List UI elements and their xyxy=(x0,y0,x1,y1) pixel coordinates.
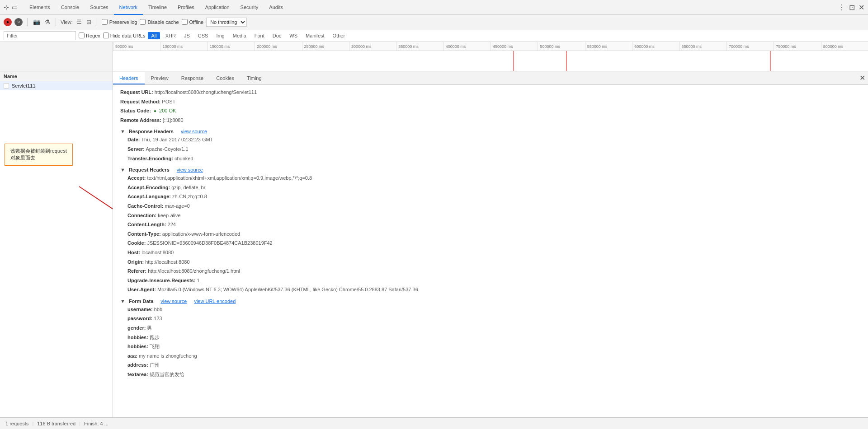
remote-address-val: [::1]:8080 xyxy=(163,117,184,123)
stop-button[interactable]: ⊘ xyxy=(14,18,23,26)
tab-audits[interactable]: Audits xyxy=(264,0,288,15)
form-data-toggle[interactable]: ▼ xyxy=(120,298,125,304)
camera-icon[interactable]: 📷 xyxy=(32,18,41,26)
filter-type-manifest[interactable]: Manifest xyxy=(303,33,327,39)
preserve-log-checkbox[interactable] xyxy=(102,19,108,25)
status-bar: 1 requests | 116 B transferred | Finish:… xyxy=(0,417,868,429)
ruler-labels: 50000 ms 100000 ms 150000 ms 200000 ms 2… xyxy=(113,42,868,51)
close-devtools-icon[interactable]: ✕ xyxy=(859,3,864,12)
spike-3 xyxy=(770,51,771,71)
requests-panel: Name Servlet111 该数据会被封装到request对象里面去 xyxy=(0,71,113,417)
detail-tab-preview[interactable]: Preview xyxy=(145,72,175,84)
filter-type-ws[interactable]: WS xyxy=(287,33,300,39)
record-button[interactable]: ● xyxy=(4,18,12,26)
view-list-icon[interactable]: ☰ xyxy=(75,18,83,26)
request-headers-view-source[interactable]: view source xyxy=(177,167,203,173)
remote-address-row: Remote Address: [::1]:8080 xyxy=(120,117,861,125)
resp-date-key: Date: xyxy=(127,137,140,142)
form-data-view-url-encoded[interactable]: view URL encoded xyxy=(194,298,236,304)
resp-transfer-val: chunked xyxy=(175,156,193,161)
ruler-name-spacer xyxy=(0,42,113,71)
cursor-icon[interactable]: ⊹ xyxy=(4,4,9,11)
device-icon[interactable]: ▭ xyxy=(12,4,18,11)
tab-timeline[interactable]: Timeline xyxy=(143,0,172,15)
request-method-key: Request Method: xyxy=(120,99,160,104)
resp-header-transfer: Transfer-Encoding: chunked xyxy=(127,155,861,163)
req-upgrade-insecure: Upgrade-Insecure-Requests: 1 xyxy=(127,277,861,285)
filter-type-xhr[interactable]: XHR xyxy=(163,33,179,39)
request-item-icon xyxy=(4,83,9,89)
tab-profiles[interactable]: Profiles xyxy=(172,0,200,15)
devtools-right-controls: ⋮ ⊡ ✕ xyxy=(838,3,864,12)
ruler-tick-3: 150000 ms xyxy=(208,42,255,51)
devtools-tab-bar: ⊹ ▭ Elements Console Sources Network Tim… xyxy=(0,0,868,15)
req-referer: Referer: http://localhost:8080/zhongfuch… xyxy=(127,267,861,275)
request-method-row: Request Method: POST xyxy=(120,98,861,106)
form-gender-key: gender: xyxy=(127,325,146,331)
close-details-button[interactable]: ✕ xyxy=(859,74,865,82)
detail-tab-timing[interactable]: Timing xyxy=(241,72,268,84)
form-hobbies1-key: hobbies: xyxy=(127,335,148,340)
ruler-tick-8: 400000 ms xyxy=(443,42,491,51)
ruler-tick-6: 300000 ms xyxy=(349,42,396,51)
form-hobbies1-val: 跑步 xyxy=(150,335,160,340)
resp-header-date: Date: Thu, 19 Jan 2017 02:32:23 GMT xyxy=(127,136,861,144)
status-requests: 1 requests xyxy=(5,421,28,426)
ruler-tick-14: 700000 ms xyxy=(726,42,774,51)
status-code-val: 200 OK xyxy=(159,108,176,113)
filter-type-all[interactable]: All xyxy=(148,32,160,39)
disable-cache-checkbox[interactable] xyxy=(140,19,146,25)
tab-sources[interactable]: Sources xyxy=(85,0,113,15)
req-accept: Accept: text/html,application/xhtml+xml,… xyxy=(127,174,861,182)
filter-bar: Regex Hide data URLs All XHR JS CSS Img … xyxy=(0,29,868,42)
filter-type-font[interactable]: Font xyxy=(252,33,267,39)
detail-tab-cookies[interactable]: Cookies xyxy=(210,72,241,84)
tab-elements[interactable]: Elements xyxy=(24,0,56,15)
form-data-view-source[interactable]: view source xyxy=(160,298,187,304)
req-upgrade-val: 1 xyxy=(197,278,199,283)
hide-data-urls-checkbox[interactable] xyxy=(103,33,109,38)
form-username: username: bbb xyxy=(127,306,861,314)
request-item-servlet111[interactable]: Servlet111 xyxy=(0,81,113,90)
filter-icon[interactable]: ⚗ xyxy=(44,18,51,26)
undock-icon[interactable]: ⊡ xyxy=(849,3,855,12)
req-accept-encoding-key: Accept-Encoding: xyxy=(127,185,170,190)
tab-security[interactable]: Security xyxy=(235,0,264,15)
request-item-label: Servlet111 xyxy=(12,83,36,89)
status-code-key: Status Code: xyxy=(120,108,151,113)
response-headers-toggle[interactable]: ▼ xyxy=(120,129,125,134)
filter-type-doc[interactable]: Doc xyxy=(270,33,284,39)
requests-column-name: Name xyxy=(0,71,113,81)
response-headers-view-source[interactable]: view source xyxy=(181,129,207,134)
resp-server-val: Apache-Coyote/1.1 xyxy=(146,146,188,152)
form-gender: gender: 男 xyxy=(127,324,861,332)
filter-input[interactable] xyxy=(4,31,76,40)
hide-data-urls-label: Hide data URLs xyxy=(110,33,146,38)
filter-type-img[interactable]: Img xyxy=(213,33,227,39)
regex-checkbox[interactable] xyxy=(79,33,85,38)
view-detail-icon[interactable]: ⊟ xyxy=(85,18,92,26)
req-referer-val: http://localhost:8080/zhongfucheng/1.htm… xyxy=(148,268,240,274)
annotation-text: 该数据会被封装到request对象里面去 xyxy=(10,148,67,160)
tab-network[interactable]: Network xyxy=(114,0,143,15)
ruler-tick-4: 200000 ms xyxy=(255,42,302,51)
throttling-select[interactable]: No throttling xyxy=(206,18,247,27)
annotation-box: 该数据会被封装到request对象里面去 xyxy=(5,144,73,166)
filter-type-css[interactable]: CSS xyxy=(195,33,211,39)
disable-cache-label: Disable cache xyxy=(147,19,179,25)
detail-tab-response[interactable]: Response xyxy=(175,72,210,84)
ruler-tick-10: 500000 ms xyxy=(538,42,585,51)
detail-tab-headers[interactable]: Headers xyxy=(113,72,145,84)
filter-type-media[interactable]: Media xyxy=(230,33,249,39)
filter-type-js[interactable]: JS xyxy=(181,33,193,39)
more-options-icon[interactable]: ⋮ xyxy=(838,3,845,12)
tab-application[interactable]: Application xyxy=(200,0,235,15)
request-headers-toggle[interactable]: ▼ xyxy=(120,167,125,173)
tab-console[interactable]: Console xyxy=(56,0,85,15)
req-cookie: Cookie: JSESSIONID=93600946D38F0BE4874CA… xyxy=(127,239,861,247)
response-headers-label: Response Headers xyxy=(129,129,174,134)
ruler-tick-7: 350000 ms xyxy=(396,42,443,51)
offline-checkbox[interactable] xyxy=(182,19,188,25)
req-connection-val: keep-alive xyxy=(158,213,180,218)
filter-type-other[interactable]: Other xyxy=(330,33,348,39)
